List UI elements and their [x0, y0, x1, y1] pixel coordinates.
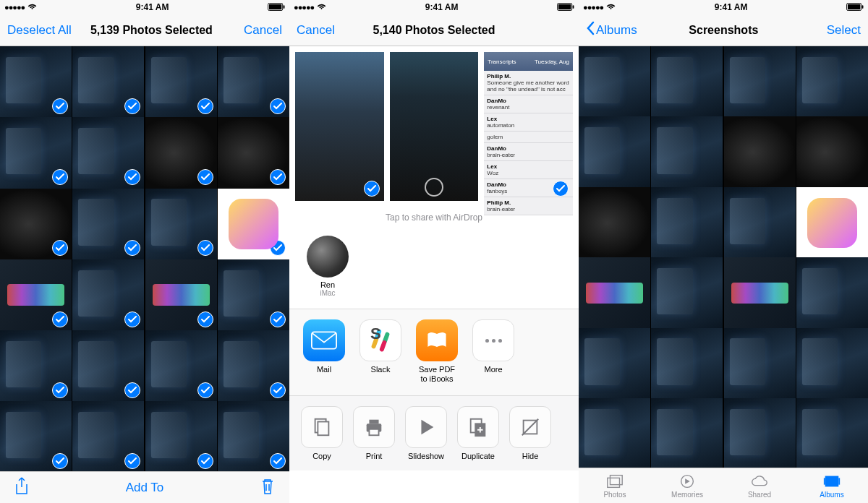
- photo-grid[interactable]: [0, 46, 289, 471]
- action-duplicate[interactable]: Duplicate: [456, 406, 501, 460]
- action-hide[interactable]: Hide: [508, 406, 553, 460]
- photo-thumb[interactable]: [72, 117, 144, 189]
- photo-thumb[interactable]: [218, 189, 289, 260]
- tab-shared[interactable]: Shared: [723, 468, 796, 503]
- photo-thumb[interactable]: [0, 259, 72, 331]
- photo-thumb[interactable]: [145, 46, 217, 118]
- photo-thumb[interactable]: [796, 328, 868, 400]
- photo-thumb[interactable]: [579, 328, 650, 400]
- photo-thumb[interactable]: [145, 330, 217, 402]
- share-actions-row[interactable]: Copy Print Slideshow Duplicate Hide: [289, 396, 579, 470]
- photo-thumb[interactable]: [579, 187, 650, 259]
- share-preview-row[interactable]: Transcripts Tuesday, Aug Philip M.Someon…: [289, 46, 579, 207]
- photo-thumb[interactable]: [145, 259, 217, 331]
- check-icon: [124, 311, 140, 327]
- photo-thumb[interactable]: [651, 257, 723, 329]
- photo-grid[interactable]: [579, 46, 868, 468]
- cancel-button[interactable]: Cancel: [297, 23, 347, 38]
- share-icon[interactable]: [14, 477, 29, 499]
- photo-thumb[interactable]: [579, 46, 650, 118]
- action-label: Duplicate: [461, 452, 495, 460]
- share-app-ibooks[interactable]: Save PDF to iBooks: [415, 319, 459, 384]
- tab-memories[interactable]: Memories: [651, 468, 723, 503]
- photo-thumb[interactable]: [72, 259, 144, 331]
- photo-thumb[interactable]: [651, 116, 723, 188]
- action-print[interactable]: Print: [352, 406, 396, 460]
- photo-thumb[interactable]: [72, 330, 144, 402]
- photo-thumb[interactable]: [218, 401, 289, 471]
- photo-thumb[interactable]: [72, 189, 144, 260]
- photo-thumb[interactable]: [145, 401, 217, 471]
- photo-thumb[interactable]: [0, 117, 72, 189]
- check-icon: [124, 453, 140, 469]
- transcript-row: Philip M.brain-eater: [484, 197, 573, 215]
- svg-rect-28: [838, 478, 840, 484]
- tab-photos[interactable]: Photos: [579, 468, 651, 503]
- svg-rect-2: [284, 5, 285, 9]
- photo-thumb[interactable]: [0, 46, 72, 118]
- photo-thumb[interactable]: [796, 116, 868, 188]
- photo-thumb[interactable]: [145, 189, 217, 260]
- share-apps-row[interactable]: Mail S Slack Save PDF to iBooks: [289, 309, 579, 396]
- preview-thumb[interactable]: [390, 52, 479, 201]
- slack-icon: S: [359, 319, 401, 361]
- photo-thumb[interactable]: [145, 117, 217, 189]
- photo-thumb[interactable]: [0, 401, 72, 471]
- photo-thumb[interactable]: [218, 259, 289, 331]
- share-app-more[interactable]: More: [472, 319, 515, 384]
- add-to-button[interactable]: Add To: [126, 481, 164, 495]
- airdrop-target[interactable]: Ren iMac: [302, 236, 353, 297]
- share-app-slack[interactable]: S Slack: [359, 319, 402, 384]
- photo-thumb[interactable]: [651, 398, 723, 468]
- photo-thumb[interactable]: [796, 398, 868, 468]
- photo-thumb[interactable]: [724, 328, 796, 400]
- photo-thumb[interactable]: [796, 46, 868, 118]
- photo-thumb[interactable]: [72, 46, 144, 118]
- nav-bar: Albums Screenshots Select: [579, 14, 868, 46]
- signal-dots-icon: ●●●●●: [4, 3, 25, 12]
- svg-rect-22: [862, 5, 864, 9]
- preview-c-back: Transcripts: [488, 59, 516, 65]
- photo-thumb[interactable]: [218, 117, 289, 189]
- photo-thumb[interactable]: [724, 398, 796, 468]
- preview-thumb[interactable]: [295, 52, 384, 201]
- share-app-mail[interactable]: Mail: [302, 319, 346, 384]
- check-icon: [270, 311, 286, 327]
- photo-thumb[interactable]: [651, 187, 723, 259]
- photo-thumb[interactable]: [218, 46, 289, 118]
- photo-thumb[interactable]: [651, 328, 723, 400]
- svg-rect-26: [825, 476, 839, 487]
- photo-thumb[interactable]: [724, 187, 796, 259]
- photo-thumb[interactable]: [724, 116, 796, 188]
- select-button[interactable]: Select: [810, 23, 861, 38]
- photo-thumb[interactable]: [651, 46, 723, 118]
- photo-thumb[interactable]: [218, 330, 289, 402]
- action-slideshow[interactable]: Slideshow: [404, 406, 448, 460]
- photo-thumb[interactable]: [579, 257, 650, 329]
- battery-icon: [557, 3, 574, 12]
- tab-albums[interactable]: Albums: [796, 468, 868, 503]
- photo-thumb[interactable]: [0, 189, 72, 260]
- photo-thumb[interactable]: [579, 116, 650, 188]
- trash-icon[interactable]: [260, 477, 275, 499]
- preview-thumb[interactable]: Transcripts Tuesday, Aug Philip M.Someon…: [484, 52, 573, 201]
- photos-icon: [605, 473, 624, 490]
- photo-thumb[interactable]: [796, 257, 868, 329]
- photo-thumb[interactable]: [579, 398, 650, 468]
- duplicate-icon: [457, 406, 499, 448]
- cancel-button[interactable]: Cancel: [231, 23, 282, 38]
- action-copy[interactable]: Copy: [299, 406, 344, 460]
- photo-thumb[interactable]: [0, 330, 72, 402]
- nav-title: 5,139 Photos Selected: [72, 24, 231, 37]
- photo-thumb[interactable]: [796, 187, 868, 259]
- check-icon: [52, 382, 68, 398]
- memories-icon: [678, 473, 697, 490]
- back-button[interactable]: Albums: [586, 21, 637, 39]
- photo-thumb[interactable]: [72, 401, 144, 471]
- deselect-all-button[interactable]: Deselect All: [7, 23, 72, 38]
- check-icon: [197, 98, 213, 114]
- cloud-icon: [750, 473, 769, 490]
- photo-thumb[interactable]: [724, 257, 796, 329]
- transcript-row: golem: [484, 132, 573, 143]
- photo-thumb[interactable]: [724, 46, 796, 118]
